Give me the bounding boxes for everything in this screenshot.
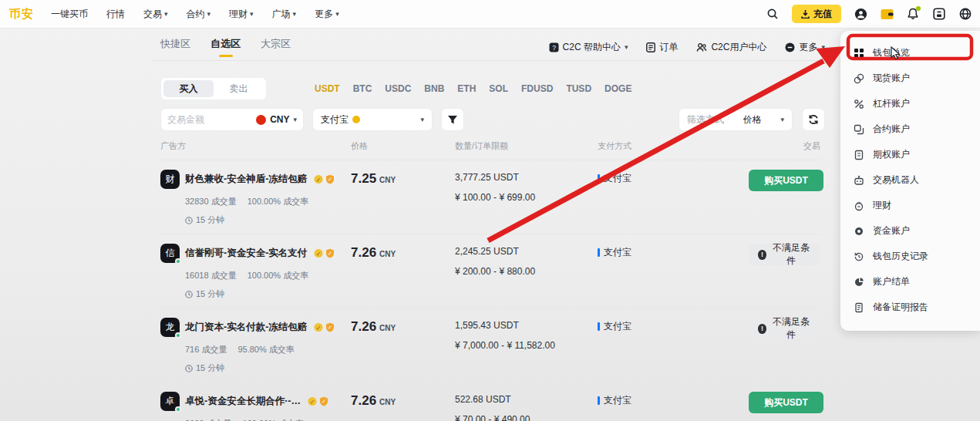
coin-tab-doge[interactable]: DOGE: [605, 83, 631, 94]
menu-item-futures-account[interactable]: 合约账户: [840, 116, 980, 142]
menu-item-account-statement[interactable]: 账户结单: [840, 269, 980, 295]
menu-item-funding-account[interactable]: 资金账户: [840, 218, 980, 244]
merchant-badges: ✓ ✓: [314, 174, 335, 184]
percent-icon: [853, 98, 864, 109]
binance-logo[interactable]: 币安: [9, 7, 34, 22]
notifications-bell-icon[interactable]: [906, 7, 920, 21]
price-currency: CNY: [379, 176, 396, 184]
nav-item-markets[interactable]: 行情: [106, 8, 125, 21]
qr-scan-icon[interactable]: [932, 7, 946, 21]
advanced-filter-button[interactable]: [441, 108, 464, 131]
buy-usdt-button[interactable]: 购买USDT: [749, 392, 823, 413]
amount-input[interactable]: [167, 114, 227, 125]
col-header-advertiser: 广告方: [160, 140, 351, 152]
merchant-badges: ✓ ✓: [308, 396, 328, 406]
orders-icon: [646, 42, 655, 52]
coin-tab-btc[interactable]: BTC: [353, 83, 372, 94]
language-globe-icon[interactable]: [958, 7, 972, 21]
more-link[interactable]: 更多 ▾: [785, 41, 825, 54]
coin-tab-tusd[interactable]: TUSD: [566, 83, 591, 94]
exclamation-icon: !: [758, 324, 766, 334]
nav-item-buy-crypto[interactable]: 一键买币: [51, 8, 88, 21]
payment-method: 支付宝: [604, 246, 631, 259]
payment-cell: 支付宝: [598, 318, 749, 333]
sort-select[interactable]: 筛选方式 价格 ▾: [679, 108, 793, 131]
col-header-trade: 交易: [803, 140, 820, 152]
nav-item-more[interactable]: 更多▾: [315, 8, 339, 21]
conditions-not-met-button[interactable]: ! 不满足条件: [749, 244, 820, 265]
completion-rate: 100.00% 成交率: [248, 196, 308, 207]
nav-label: 一键买币: [51, 8, 88, 21]
avatar-letter: 财: [166, 173, 175, 186]
payment-method-select[interactable]: 支付宝 ▾: [312, 108, 433, 131]
options-doc-icon: [853, 149, 864, 160]
chevron-down-icon: ▾: [335, 11, 339, 18]
merchant-name[interactable]: 信誉刚哥-资金安全-实名支付: [185, 247, 307, 260]
menu-item-trading-bots[interactable]: 交易机器人: [840, 167, 980, 193]
table-header-row: 广告方 价格 数量/订单限额 支付方式 交易: [160, 140, 820, 160]
svg-text:✓: ✓: [328, 325, 332, 330]
payment-cell: 支付宝: [598, 392, 749, 407]
shield-check-icon: ✓: [325, 174, 335, 184]
menu-item-label: 交易机器人: [873, 173, 919, 187]
menu-item-earn[interactable]: 理财: [840, 193, 980, 218]
nav-item-square[interactable]: 广场▾: [272, 8, 297, 21]
menu-item-options-account[interactable]: 期权账户: [840, 142, 980, 167]
payment-method: 支付宝: [604, 172, 631, 185]
fiat-select[interactable]: CNY ▾: [256, 114, 297, 125]
merchant-name[interactable]: 财色兼收-安全神盾-冻结包赔: [185, 173, 307, 186]
nav-item-trade[interactable]: 交易▾: [143, 8, 168, 21]
price-currency: CNY: [379, 250, 396, 258]
menu-item-margin-account[interactable]: 杠杆账户: [840, 91, 980, 116]
tab-block-zone[interactable]: 大宗区: [261, 37, 291, 57]
menu-item-wallet-overview[interactable]: 钱包总览: [840, 40, 980, 66]
menu-item-label: 账户结单: [873, 275, 910, 288]
payment-method: 支付宝: [604, 320, 631, 333]
coin-tab-usdt[interactable]: USDT: [315, 83, 340, 94]
profile-icon[interactable]: [854, 7, 867, 21]
tab-p2p-zone[interactable]: 自选区: [210, 37, 241, 57]
wallet-icon[interactable]: [880, 7, 894, 21]
deposit-button[interactable]: 充值: [792, 5, 841, 23]
cny-flag-icon: [256, 115, 266, 125]
nav-item-futures[interactable]: 合约▾: [187, 8, 211, 21]
menu-item-spot-account[interactable]: 现货账户: [840, 66, 980, 91]
c2c-user-center-link[interactable]: C2C用户中心: [696, 41, 766, 54]
chevron-down-icon: ▾: [250, 11, 254, 18]
available-amount: 3,777.25 USDT: [455, 172, 598, 183]
avatar-letter: 卓: [166, 395, 175, 408]
gold-medal-icon: ✓: [314, 248, 323, 258]
buy-usdt-button[interactable]: 购买USDT: [749, 170, 823, 191]
coin-tab-fdusd[interactable]: FDUSD: [521, 83, 553, 94]
coin-tab-sol[interactable]: SOL: [489, 83, 508, 94]
notification-badge: [916, 6, 921, 11]
chevron-down-icon: ▾: [420, 116, 424, 123]
menu-item-proof-of-reserves[interactable]: 储备证明报告: [840, 295, 980, 320]
c2c-help-center-link[interactable]: ? C2C 帮助中心 ▾: [549, 41, 628, 54]
tab-express-zone[interactable]: 快捷区: [160, 37, 190, 57]
gold-medal-icon: ✓: [308, 396, 317, 406]
completion-rate: 100.00% 成交率: [248, 270, 308, 281]
payment-icon: [352, 116, 360, 123]
menu-item-wallet-history[interactable]: 钱包历史记录: [840, 244, 980, 269]
price-cell: 7.26 CNY: [351, 244, 455, 300]
merchant-name[interactable]: 卓悦-资金安全长期合作·-…: [185, 395, 301, 408]
earn-piggy-icon: [853, 200, 864, 211]
coin-tab-usdc[interactable]: USDC: [385, 83, 411, 94]
refresh-button[interactable]: [802, 108, 825, 131]
coin-tab-bnb[interactable]: BNB: [424, 83, 444, 94]
buy-toggle[interactable]: 买入: [163, 80, 214, 97]
trade-count: 2690 成交量: [185, 418, 232, 421]
merchant-name[interactable]: 龙门资本-实名付款-冻结包赔: [185, 321, 307, 334]
alipay-bar-icon: [598, 396, 600, 405]
search-icon[interactable]: [766, 7, 780, 21]
coin-tab-eth[interactable]: ETH: [457, 83, 476, 94]
table-row: 卓 卓悦-资金安全长期合作·-… ✓ ✓ 2690 成交量 100.00% 成交…: [160, 382, 820, 421]
nav-item-earn[interactable]: 理财▾: [229, 8, 254, 21]
zone-tabs: 快捷区 自选区 大宗区: [160, 37, 291, 57]
sell-toggle[interactable]: 卖出: [214, 80, 264, 97]
orders-link[interactable]: 订单: [646, 41, 678, 54]
merchant-stats: 32830 成交量 100.00% 成交率: [185, 196, 351, 207]
conditions-not-met-button[interactable]: ! 不满足条件: [749, 318, 820, 339]
merchant-badges: ✓ ✓: [314, 248, 335, 258]
